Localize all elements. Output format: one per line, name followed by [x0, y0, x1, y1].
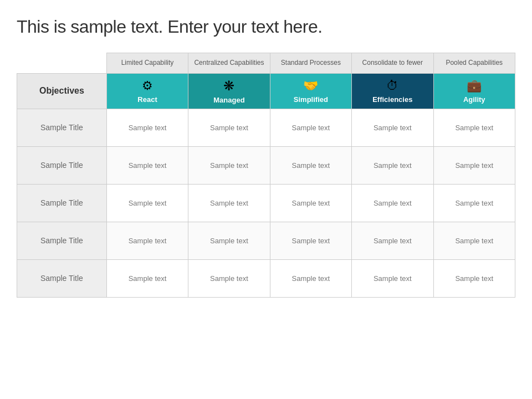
data-cell: Sample text — [433, 222, 515, 259]
react-icon: ⚙ — [110, 79, 185, 93]
managed-icon: ❋ — [192, 78, 266, 94]
category-header-row: Objectives ⚙ React ❋ Managed 🤝 Simplifie… — [17, 73, 515, 109]
main-title: This is sample text. Enter your text her… — [17, 17, 515, 37]
simplified-icon: 🤝 — [274, 79, 348, 93]
table-wrapper: Limited Capability Centralized Capabilit… — [17, 53, 515, 388]
objectives-header-cell: Objectives — [17, 73, 107, 109]
page-container: This is sample text. Enter your text her… — [0, 0, 532, 399]
table-row: Sample TitleSample textSample textSample… — [17, 259, 515, 297]
data-cell: Sample text — [270, 146, 351, 184]
table-row: Sample TitleSample textSample textSample… — [17, 184, 515, 222]
row-title-cell: Sample Title — [17, 146, 107, 184]
col-header-pooled: Pooled Capabilities — [433, 53, 515, 74]
data-cell: Sample text — [433, 146, 515, 184]
data-cell: Sample text — [352, 222, 433, 259]
data-cell: Sample text — [106, 259, 188, 297]
row-title-cell: Sample Title — [17, 109, 107, 146]
row-title-cell: Sample Title — [17, 184, 107, 222]
data-cell: Sample text — [352, 184, 433, 222]
table-row: Sample TitleSample textSample textSample… — [17, 109, 515, 146]
data-cell: Sample text — [188, 259, 270, 297]
data-cell: Sample text — [352, 259, 433, 297]
matrix-table: Limited Capability Centralized Capabilit… — [17, 53, 515, 298]
data-cell: Sample text — [188, 146, 270, 184]
row-title-cell: Sample Title — [17, 222, 107, 259]
react-header-cell: ⚙ React — [106, 73, 188, 109]
data-cell: Sample text — [270, 259, 351, 297]
table-body: Sample TitleSample textSample textSample… — [17, 109, 515, 297]
data-cell: Sample text — [352, 109, 433, 146]
row-title-cell: Sample Title — [17, 259, 107, 297]
simplified-header-cell: 🤝 Simplified — [270, 73, 351, 109]
data-cell: Sample text — [106, 222, 188, 259]
data-cell: Sample text — [352, 146, 433, 184]
data-cell: Sample text — [270, 184, 351, 222]
data-cell: Sample text — [433, 109, 515, 146]
table-row: Sample TitleSample textSample textSample… — [17, 146, 515, 184]
data-cell: Sample text — [106, 184, 188, 222]
table-row: Sample TitleSample textSample textSample… — [17, 222, 515, 259]
data-cell: Sample text — [433, 184, 515, 222]
data-cell: Sample text — [188, 222, 270, 259]
managed-header-cell: ❋ Managed — [188, 73, 270, 109]
data-cell: Sample text — [270, 222, 351, 259]
empty-header-cell — [17, 53, 107, 74]
data-cell: Sample text — [188, 184, 270, 222]
data-cell: Sample text — [106, 146, 188, 184]
agility-header-cell: 💼 Agility — [433, 73, 515, 109]
column-header-row: Limited Capability Centralized Capabilit… — [17, 53, 515, 74]
agility-icon: 💼 — [437, 79, 512, 93]
data-cell: Sample text — [433, 259, 515, 297]
col-header-consolidate: Consolidate to fewer — [352, 53, 433, 74]
data-cell: Sample text — [270, 109, 351, 146]
col-header-limited: Limited Capability — [106, 53, 188, 74]
col-header-centralized: Centralized Capabilities — [188, 53, 270, 74]
col-header-standard: Standard Processes — [270, 53, 351, 74]
efficiencies-icon: ⏱ — [355, 79, 429, 93]
data-cell: Sample text — [106, 109, 188, 146]
data-cell: Sample text — [188, 109, 270, 146]
efficiencies-header-cell: ⏱ Efficiencies — [352, 73, 433, 109]
